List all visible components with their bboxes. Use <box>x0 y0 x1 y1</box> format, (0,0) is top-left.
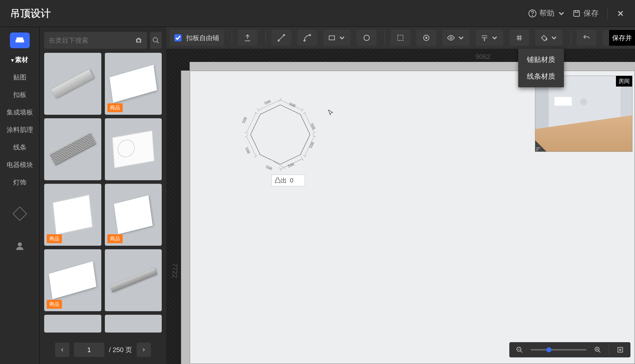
nav-wallboard[interactable]: 集成墙板 <box>7 106 33 118</box>
dim-label: 598 <box>289 102 296 108</box>
resize-icon <box>535 146 541 152</box>
material-card[interactable] <box>44 118 101 180</box>
search-button[interactable] <box>150 32 162 49</box>
divider <box>607 8 608 19</box>
grid-button[interactable] <box>509 30 529 46</box>
dim-label: 598 <box>265 164 273 171</box>
save-label: 保存 <box>583 8 599 19</box>
save-pill[interactable]: 保存并 <box>609 30 635 46</box>
octagon-shape[interactable]: 598 598 598 598 598 598 598 598 <box>233 91 327 185</box>
eye-icon <box>447 34 455 42</box>
product-tag: 商品 <box>107 103 123 112</box>
nav-light[interactable]: 灯饰 <box>13 176 26 188</box>
checkbox-freetile[interactable]: 扣板自由铺 <box>170 30 224 46</box>
svg-rect-41 <box>618 348 623 352</box>
target-icon <box>422 34 430 42</box>
dim-label: 598 <box>241 116 248 124</box>
page-next-button[interactable] <box>137 343 151 357</box>
dropdown-item-tile[interactable]: 铺贴材质 <box>518 51 564 68</box>
preview-art <box>555 97 572 106</box>
svg-line-21 <box>303 112 306 114</box>
main-row: 素材 贴图 扣板 集成墙板 涂料肌理 线条 电器模块 灯饰 <box>0 27 635 364</box>
circle-icon <box>363 34 371 42</box>
page-prev-button[interactable] <box>55 343 69 357</box>
nav-panel[interactable]: 扣板 <box>13 89 26 101</box>
ruler-horizontal <box>190 62 635 71</box>
zoom-in-button[interactable] <box>593 345 602 354</box>
checkbox-icon <box>174 34 182 41</box>
page-input[interactable] <box>74 343 104 357</box>
zoom-fit-button[interactable] <box>616 345 625 354</box>
dim-label: 598 <box>287 162 295 168</box>
material-card[interactable]: 商品 <box>44 249 101 311</box>
zoom-thumb[interactable] <box>546 347 551 352</box>
view-tool-button[interactable] <box>416 30 436 46</box>
search-icon <box>152 37 160 44</box>
canvas-area: 扣板自由铺 保存并 <box>166 27 635 364</box>
nav-electric[interactable]: 电器模块 <box>7 159 33 171</box>
svg-line-35 <box>245 132 248 134</box>
grid-icon <box>515 34 523 42</box>
visibility-button[interactable] <box>442 30 470 46</box>
select-icon <box>396 34 404 42</box>
dropdown-item-line[interactable]: 线条材质 <box>518 68 564 85</box>
svg-point-11 <box>364 35 369 40</box>
canvas[interactable]: 9062 7722 <box>166 49 635 364</box>
zoom-bar <box>509 342 630 357</box>
camera-icon[interactable] <box>135 37 142 44</box>
material-card[interactable]: 商品 <box>44 184 101 246</box>
nav-line[interactable]: 线条 <box>13 141 26 153</box>
select-tool-button[interactable] <box>390 30 410 46</box>
svg-point-15 <box>450 37 452 39</box>
cursor-icon <box>327 109 334 116</box>
brand-badge-icon[interactable] <box>12 207 27 221</box>
dim-label: 598 <box>245 147 251 154</box>
svg-rect-10 <box>329 36 334 40</box>
material-button[interactable] <box>535 30 563 46</box>
help-button[interactable]: 帮助 <box>528 8 566 19</box>
rect-tool-button[interactable] <box>323 30 351 46</box>
sofa-icon <box>15 36 25 45</box>
svg-line-32 <box>254 155 257 157</box>
arc-tool-button[interactable] <box>297 30 317 46</box>
help-label: 帮助 <box>539 8 555 19</box>
arc-icon <box>303 34 311 42</box>
svg-point-7 <box>283 35 285 36</box>
material-card[interactable] <box>44 315 101 333</box>
material-card[interactable] <box>105 118 162 180</box>
svg-point-6 <box>278 40 279 41</box>
search-field[interactable] <box>44 32 147 49</box>
extrude-value[interactable] <box>290 177 302 184</box>
align-button[interactable] <box>476 30 503 46</box>
zoom-out-icon <box>516 346 523 353</box>
undo-button[interactable] <box>577 30 596 46</box>
save-button[interactable]: 保存 <box>572 8 599 19</box>
checkbox-label: 扣板自由铺 <box>186 34 219 42</box>
nav-paint[interactable]: 涂料肌理 <box>7 124 33 136</box>
mode-button[interactable] <box>10 32 30 48</box>
line-tool-button[interactable] <box>271 30 291 46</box>
chevron-down-icon <box>491 34 499 42</box>
nav-material[interactable]: 素材 <box>11 54 28 66</box>
material-card[interactable] <box>105 249 162 311</box>
nav-texture[interactable]: 贴图 <box>13 71 26 83</box>
material-card[interactable] <box>105 315 162 333</box>
extrude-input[interactable]: 凸出 <box>271 175 305 186</box>
align-icon <box>480 34 489 42</box>
material-card[interactable]: 商品 <box>105 53 162 115</box>
chevron-down-icon <box>550 34 558 42</box>
user-icon[interactable] <box>15 241 25 251</box>
close-icon <box>616 9 625 18</box>
material-card[interactable]: 商品 <box>105 184 162 246</box>
zoom-slider[interactable] <box>531 349 587 351</box>
upload-icon <box>243 34 252 42</box>
upload-button[interactable] <box>238 30 257 46</box>
close-button[interactable] <box>616 9 625 18</box>
circle-tool-button[interactable] <box>357 30 377 46</box>
svg-line-36 <box>254 112 257 114</box>
search-input[interactable] <box>49 37 131 44</box>
material-card[interactable] <box>44 53 101 115</box>
help-icon <box>528 9 537 18</box>
svg-line-38 <box>257 108 259 112</box>
zoom-out-button[interactable] <box>515 345 524 354</box>
